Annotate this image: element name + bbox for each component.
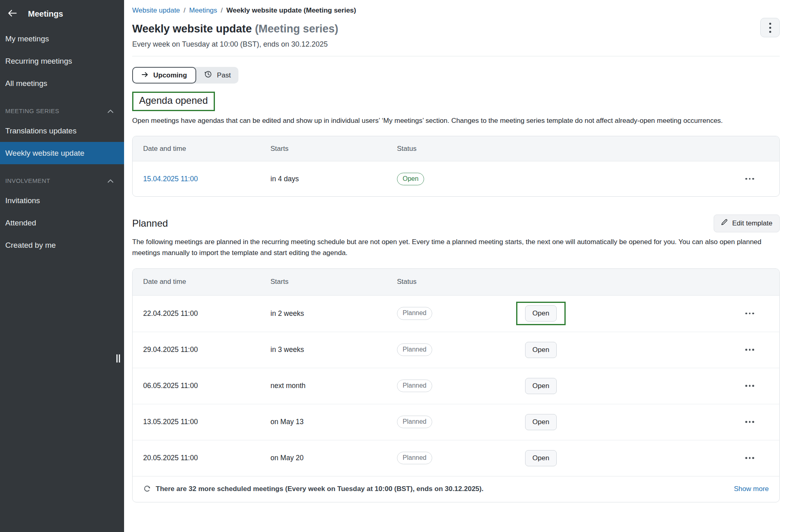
row-menu-button[interactable] bbox=[745, 418, 779, 426]
agenda-opened-description: Open meetings have agendas that can be e… bbox=[132, 115, 780, 126]
breadcrumb: Website update / Meetings / Weekly websi… bbox=[132, 6, 780, 15]
section-header-label: INVOLVEMENT bbox=[5, 177, 50, 184]
page-menu-button[interactable] bbox=[760, 18, 780, 37]
tab-upcoming[interactable]: Upcoming bbox=[132, 67, 196, 84]
table-row: 15.04.2025 11:00 in 4 days Open bbox=[133, 161, 779, 196]
column-header-date: Date and time bbox=[133, 278, 270, 286]
chevron-up-icon bbox=[107, 177, 114, 184]
sidebar-item-recurring-meetings[interactable]: Recurring meetings bbox=[0, 50, 124, 72]
table-row: 06.05.2025 11:00 next month Planned Open bbox=[133, 368, 779, 404]
status-badge-open: Open bbox=[397, 173, 424, 185]
chevron-up-icon bbox=[107, 107, 114, 114]
pencil-icon bbox=[721, 219, 728, 228]
table-header-row: Date and time Starts Status bbox=[133, 136, 779, 161]
arrow-right-icon bbox=[142, 71, 148, 79]
back-button[interactable] bbox=[7, 9, 17, 19]
breadcrumb-link-meetings[interactable]: Meetings bbox=[189, 6, 217, 15]
sidebar-section-meeting-series[interactable]: MEETING SERIES bbox=[0, 102, 124, 120]
row-menu-button[interactable] bbox=[745, 175, 779, 183]
meeting-starts: on May 20 bbox=[270, 454, 397, 462]
meeting-date: 22.04.2025 11:00 bbox=[133, 309, 270, 318]
table-row: 20.05.2025 11:00 on May 20 Planned Open bbox=[133, 440, 779, 476]
sidebar-item-created-by-me[interactable]: Created by me bbox=[0, 234, 124, 256]
meeting-date: 06.05.2025 11:00 bbox=[133, 382, 270, 390]
edit-template-label: Edit template bbox=[732, 219, 772, 227]
planned-description: The following meetings are planned in th… bbox=[132, 236, 780, 258]
open-meeting-button[interactable]: Open bbox=[525, 414, 557, 430]
column-header-status: Status bbox=[397, 278, 503, 286]
meeting-starts: in 2 weeks bbox=[270, 309, 397, 318]
sidebar-item-invitations[interactable]: Invitations bbox=[0, 189, 124, 212]
table-row: 13.05.2025 11:00 on May 13 Planned Open bbox=[133, 404, 779, 440]
status-badge-planned: Planned bbox=[397, 307, 432, 320]
column-header-date: Date and time bbox=[133, 145, 270, 153]
table-row: 22.04.2025 11:00 in 2 weeks Planned Open bbox=[133, 296, 779, 332]
sidebar: Meetings My meetings Recurring meetings … bbox=[0, 0, 124, 532]
sidebar-item-all-meetings[interactable]: All meetings bbox=[0, 72, 124, 94]
status-badge-planned: Planned bbox=[397, 416, 432, 428]
page-title-main: Weekly website update bbox=[132, 23, 252, 35]
open-meeting-button[interactable]: Open bbox=[525, 378, 557, 394]
meeting-starts: on May 13 bbox=[270, 418, 397, 426]
edit-template-button[interactable]: Edit template bbox=[714, 215, 780, 232]
sidebar-item-weekly-website-update[interactable]: Weekly website update bbox=[0, 142, 124, 164]
tab-past[interactable]: Past bbox=[196, 67, 238, 84]
meeting-starts: next month bbox=[270, 382, 397, 390]
page-title: Weekly website update (Meeting series) bbox=[132, 23, 780, 35]
column-header-starts: Starts bbox=[270, 145, 397, 153]
kebab-icon bbox=[769, 31, 771, 33]
meeting-date: 29.04.2025 11:00 bbox=[133, 345, 270, 354]
table-footer: There are 32 more scheduled meetings (Ev… bbox=[133, 476, 779, 502]
section-header-label: MEETING SERIES bbox=[5, 107, 59, 114]
sidebar-item-translations-updates[interactable]: Translations updates bbox=[0, 120, 124, 142]
page-header: Weekly website update (Meeting series) bbox=[132, 23, 780, 35]
annotation-box-agenda-opened: Agenda opened bbox=[132, 92, 215, 111]
table-row: 29.04.2025 11:00 in 3 weeks Planned Open bbox=[133, 332, 779, 368]
row-menu-button[interactable] bbox=[745, 454, 779, 462]
meeting-date: 13.05.2025 11:00 bbox=[133, 418, 270, 426]
column-header-status: Status bbox=[397, 145, 503, 153]
open-meeting-button[interactable]: Open bbox=[525, 342, 557, 358]
tab-group: Upcoming Past bbox=[132, 67, 238, 84]
breadcrumb-link-website-update[interactable]: Website update bbox=[132, 6, 180, 15]
sidebar-resize-handle[interactable] bbox=[116, 354, 120, 363]
meeting-starts: in 4 days bbox=[270, 175, 397, 183]
meeting-starts: in 3 weeks bbox=[270, 345, 397, 354]
kebab-icon bbox=[769, 23, 771, 25]
table-header-row: Date and time Starts Status bbox=[133, 269, 779, 296]
sidebar-item-attended[interactable]: Attended bbox=[0, 212, 124, 234]
row-menu-button[interactable] bbox=[745, 382, 779, 390]
page-title-suffix: (Meeting series) bbox=[255, 23, 339, 35]
sidebar-nav: My meetings Recurring meetings All meeti… bbox=[0, 28, 124, 256]
open-meeting-button[interactable]: Open bbox=[525, 305, 557, 322]
recurrence-summary: Every week on Tuesday at 10:00 (BST), en… bbox=[132, 40, 780, 49]
main-content: Website update / Meetings / Weekly websi… bbox=[124, 6, 785, 502]
header-divider bbox=[132, 56, 780, 56]
section-heading-agenda-opened: Agenda opened bbox=[139, 95, 208, 106]
breadcrumb-current: Weekly website update (Meeting series) bbox=[226, 6, 356, 15]
kebab-icon bbox=[769, 27, 771, 29]
meeting-date: 20.05.2025 11:00 bbox=[133, 454, 270, 462]
section-heading-planned: Planned bbox=[132, 218, 168, 229]
meeting-date-link[interactable]: 15.04.2025 11:00 bbox=[143, 175, 198, 183]
row-menu-button[interactable] bbox=[745, 345, 779, 354]
breadcrumb-separator: / bbox=[221, 6, 223, 15]
sidebar-title: Meetings bbox=[28, 9, 63, 19]
repeat-icon bbox=[143, 485, 151, 494]
tab-label: Past bbox=[217, 71, 231, 79]
sidebar-section-involvement[interactable]: INVOLVEMENT bbox=[0, 172, 124, 189]
row-menu-button[interactable] bbox=[745, 309, 779, 318]
tab-label: Upcoming bbox=[153, 71, 187, 79]
planned-section-header: Planned Edit template bbox=[132, 215, 780, 232]
breadcrumb-separator: / bbox=[184, 6, 186, 15]
show-more-link[interactable]: Show more bbox=[734, 485, 769, 493]
status-badge-planned: Planned bbox=[397, 343, 432, 356]
arrow-left-icon bbox=[7, 9, 17, 19]
sidebar-header: Meetings bbox=[0, 0, 124, 28]
status-badge-planned: Planned bbox=[397, 380, 432, 392]
more-meetings-summary: There are 32 more scheduled meetings (Ev… bbox=[156, 485, 483, 493]
planned-table: Date and time Starts Status 22.04.2025 1… bbox=[132, 268, 780, 502]
status-badge-planned: Planned bbox=[397, 452, 432, 464]
open-meeting-button[interactable]: Open bbox=[525, 450, 557, 466]
sidebar-item-my-meetings[interactable]: My meetings bbox=[0, 28, 124, 50]
